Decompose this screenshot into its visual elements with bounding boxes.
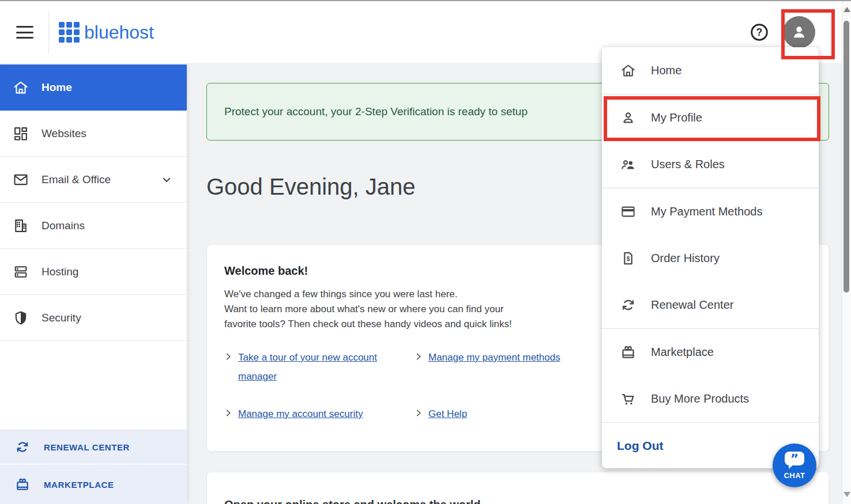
sidebar-item-email-office[interactable]: Email & Office [0,157,187,203]
home-icon [13,79,29,96]
menu-item-renewal-center[interactable]: Renewal Center [602,282,819,328]
sidebar-item-label: Security [42,312,81,324]
link-take-a-tour[interactable]: Take a tour of your new account manager [224,348,415,386]
chevron-right-icon [224,351,232,362]
sidebar-footer-label: MARKETPLACE [44,480,114,490]
chevron-right-icon [415,351,423,362]
sidebar-item-label: Domains [42,219,85,232]
people-icon [620,157,636,172]
svg-text:?: ? [756,26,763,38]
link-manage-account-security[interactable]: Manage my account security [224,404,415,423]
menu-item-my-payment-methods[interactable]: My Payment Methods [602,188,819,235]
sidebar-item-label: Email & Office [42,173,111,186]
sidebar-nav: Home Websites Email & Office Domains Hos… [0,65,187,504]
menu-item-marketplace[interactable]: Marketplace [602,329,819,376]
bluehost-logo[interactable]: bluehost [59,22,154,43]
header-divider [48,11,49,54]
menu-item-label: Marketplace [651,346,714,359]
svg-text:$: $ [627,256,630,262]
svg-text:”: ” [790,452,799,466]
store-card-title: Open your online store and welcome the w… [224,498,811,504]
chat-button[interactable]: ” CHAT [773,444,816,487]
receipt-dollar-icon: $ [620,251,636,266]
sidebar-item-renewal-center[interactable]: RENEWAL CENTER [0,430,187,465]
shield-icon [13,310,29,326]
sidebar-item-home[interactable]: Home [0,65,187,111]
link-label: Take a tour of your new account manager [238,348,406,386]
chat-label: CHAT [784,471,805,480]
menu-item-label: Home [651,64,681,77]
sidebar-item-marketplace[interactable]: MARKETPLACE [0,465,187,504]
logout-label: Log Out [617,439,663,453]
menu-item-label: Renewal Center [651,298,733,312]
server-icon [13,264,29,280]
sidebar-footer-label: RENEWAL CENTER [44,442,130,452]
sidebar-item-label: Websites [42,127,86,140]
chevron-right-icon [224,407,232,419]
sidebar-item-label: Hosting [42,266,78,278]
sidebar-item-security[interactable]: Security [0,295,187,341]
menu-item-label: My Profile [651,111,702,124]
menu-item-users-roles[interactable]: Users & Roles [602,141,819,188]
hamburger-menu-icon[interactable] [16,26,33,39]
link-label: Get Help [428,404,467,423]
menu-item-label: Order History [651,252,720,265]
credit-card-icon [620,204,636,219]
menu-item-label: My Payment Methods [651,205,762,218]
speech-bubble-quotes-icon: ” [784,451,805,471]
page-scrollbar[interactable] [842,1,851,504]
refresh-icon [620,297,636,313]
scrollbar-up-arrow-icon[interactable] [844,7,850,12]
sidebar-item-label: Home [42,81,72,94]
cart-icon [620,391,636,407]
link-label: Manage my account security [238,404,363,423]
menu-item-label: Buy More Products [651,392,749,406]
dashboard-grid-icon [13,126,29,142]
person-icon [620,110,636,126]
menu-item-my-profile[interactable]: My Profile [602,94,819,141]
menu-item-label: Users & Roles [651,158,725,171]
envelope-icon [13,172,29,188]
window-top-edge [0,0,851,1]
home-icon [620,63,636,78]
banner-text: Protect your account, your 2-Step Verifi… [224,105,528,118]
menu-item-order-history[interactable]: $ Order History [602,235,819,282]
bluehost-wordmark: bluehost [84,22,154,43]
sidebar-item-websites[interactable]: Websites [0,111,187,157]
account-avatar-icon[interactable] [783,16,815,48]
sidebar-item-domains[interactable]: Domains [0,203,187,249]
help-icon[interactable]: ? [750,22,769,42]
online-store-card: Open your online store and welcome the w… [206,472,829,504]
chevron-down-icon[interactable] [161,175,172,185]
building-icon [13,218,29,234]
profile-dropdown-menu: Home My Profile Users & Roles My Payment… [602,47,819,468]
menu-item-buy-more-products[interactable]: Buy More Products [602,376,819,422]
gift-basket-icon [15,477,30,492]
gift-basket-icon [620,344,636,360]
sidebar-footer: RENEWAL CENTER MARKETPLACE [0,430,187,504]
scrollbar-down-arrow-icon[interactable] [844,492,850,497]
link-label: Manage my payment methods [428,348,560,367]
chevron-right-icon [415,407,423,419]
menu-item-home[interactable]: Home [602,47,819,94]
scrollbar-thumb[interactable] [844,21,849,293]
bluehost-logo-mark-icon [59,22,80,43]
refresh-icon [15,439,30,454]
sidebar-item-hosting[interactable]: Hosting [0,249,187,295]
